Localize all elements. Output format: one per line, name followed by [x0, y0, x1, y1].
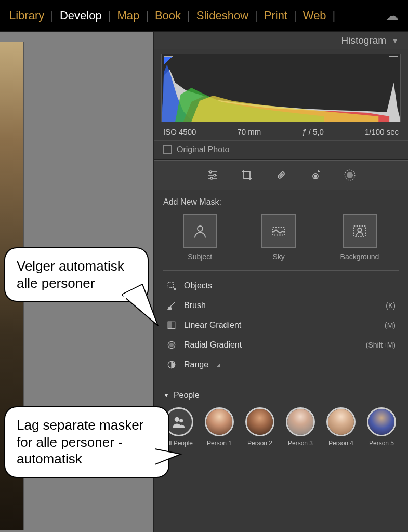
linear-gradient-tool[interactable]: Linear Gradient (M)	[154, 315, 408, 335]
callout-2-text: Lag separate masker for alle personer - …	[17, 417, 143, 467]
crop-tool-icon[interactable]	[240, 168, 254, 182]
histogram-display[interactable]	[161, 54, 401, 122]
svg-marker-4	[191, 96, 378, 122]
right-panel: Histogram ▼ ISO 4500 70 mm ƒ / 5,0 1/100…	[153, 32, 408, 532]
tool-strip	[154, 160, 408, 190]
checkbox-icon[interactable]	[163, 145, 172, 154]
nav-map[interactable]: Map	[117, 9, 139, 22]
original-photo-toggle[interactable]: Original Photo	[154, 140, 408, 160]
people-grid: All People Person 1 Person 2 Person 3 Pe…	[154, 403, 408, 457]
histogram-title: Histogram	[341, 35, 387, 46]
nav-library[interactable]: Library	[9, 9, 44, 22]
brush-tool[interactable]: Brush (K)	[154, 296, 408, 315]
svg-point-30	[175, 417, 179, 422]
mask-background-label: Background	[340, 252, 379, 261]
nav-print[interactable]: Print	[264, 9, 287, 22]
brush-label: Brush	[184, 301, 206, 310]
module-nav: Library | Develop | Map | Book | Slidesh…	[0, 0, 408, 32]
person-5-label: Person 5	[369, 440, 394, 447]
cloud-sync-icon[interactable]: ☁	[385, 8, 399, 24]
disclosure-icon: ▼	[391, 36, 399, 45]
people-section-header[interactable]: ▼ People	[154, 385, 408, 403]
histogram-header[interactable]: Histogram ▼	[154, 32, 408, 49]
person-2-label: Person 2	[247, 440, 272, 447]
range-icon	[166, 360, 177, 370]
person-1-thumb[interactable]: Person 1	[205, 407, 234, 447]
svg-point-9	[214, 174, 216, 176]
masking-tool-icon[interactable]	[343, 168, 357, 182]
person-1-label: Person 1	[207, 440, 232, 447]
svg-point-18	[347, 172, 352, 178]
submenu-icon: ◢	[217, 363, 220, 367]
svg-rect-23	[168, 282, 173, 287]
linear-gradient-shortcut: (M)	[385, 321, 396, 329]
focal-label: 70 mm	[237, 127, 261, 136]
original-photo-label: Original Photo	[177, 145, 229, 154]
nav-sep: |	[50, 9, 54, 22]
radial-gradient-shortcut: (Shift+M)	[366, 341, 396, 349]
exposure-metadata: ISO 4500 70 mm ƒ / 5,0 1/100 sec	[154, 125, 408, 140]
annotation-callout-2: Lag separate masker for alle personer - …	[4, 406, 169, 478]
objects-label: Objects	[184, 281, 212, 290]
shutter-label: 1/100 sec	[365, 127, 399, 136]
svg-point-10	[210, 177, 213, 179]
edit-tool-icon[interactable]	[205, 168, 220, 182]
mask-background-button[interactable]: Background	[340, 214, 379, 261]
svg-point-29	[173, 362, 175, 363]
mask-sky-button[interactable]: Sky	[261, 214, 296, 261]
brush-shortcut: (K)	[386, 301, 396, 310]
callout-1-text: Velger automatisk alle personer	[17, 258, 124, 291]
objects-tool[interactable]: Objects	[154, 276, 408, 296]
mask-subject-button[interactable]: Subject	[183, 214, 217, 261]
people-label: People	[174, 391, 200, 400]
person-3-thumb[interactable]: Person 3	[286, 407, 315, 447]
mask-subject-label: Subject	[188, 252, 212, 261]
person-5-thumb[interactable]: Person 5	[367, 407, 396, 447]
person-4-label: Person 4	[328, 440, 353, 447]
nav-develop[interactable]: Develop	[60, 9, 102, 22]
heal-tool-icon[interactable]	[274, 168, 288, 182]
nav-slideshow[interactable]: Slideshow	[196, 9, 248, 22]
divider	[163, 380, 399, 380]
radial-gradient-label: Radial Gradient	[184, 340, 242, 350]
svg-point-14	[314, 175, 317, 177]
svg-rect-25	[168, 322, 172, 328]
svg-point-27	[170, 343, 174, 347]
divider	[163, 270, 399, 271]
add-mask-label: Add New Mask:	[163, 197, 399, 207]
nav-book[interactable]: Book	[155, 9, 181, 22]
svg-marker-34	[155, 449, 181, 464]
linear-gradient-label: Linear Gradient	[184, 321, 241, 330]
nav-web[interactable]: Web	[303, 9, 326, 22]
disclosure-down-icon: ▼	[163, 392, 169, 399]
svg-point-31	[179, 419, 183, 422]
person-4-thumb[interactable]: Person 4	[326, 407, 356, 447]
aperture-label: ƒ / 5,0	[302, 127, 324, 136]
radial-gradient-icon	[166, 340, 177, 350]
range-label: Range	[184, 360, 208, 369]
annotation-callout-1: Velger automatisk alle personer	[4, 247, 149, 302]
person-2-thumb[interactable]: Person 2	[245, 407, 274, 447]
svg-marker-32	[122, 284, 158, 326]
iso-label: ISO 4500	[163, 127, 196, 136]
svg-point-22	[358, 228, 362, 232]
person-3-label: Person 3	[288, 440, 313, 447]
svg-point-8	[209, 171, 212, 173]
range-tool[interactable]: Range ◢	[154, 355, 408, 375]
add-mask-section: Add New Mask: Subject Sky Background	[154, 190, 408, 265]
mask-sky-label: Sky	[272, 252, 284, 261]
radial-gradient-tool[interactable]: Radial Gradient (Shift+M)	[154, 335, 408, 355]
svg-point-19	[198, 226, 203, 231]
redeye-tool-icon[interactable]	[308, 168, 323, 182]
